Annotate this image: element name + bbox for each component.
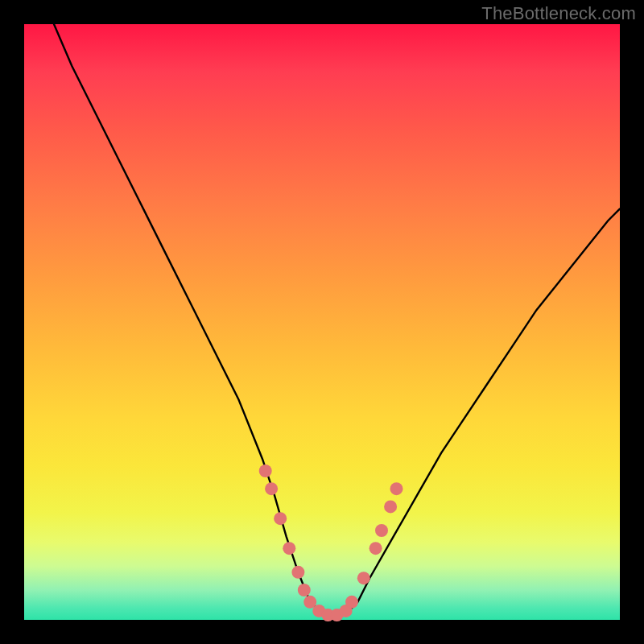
curve-dot <box>274 512 287 525</box>
bottleneck-curve <box>54 24 620 617</box>
curve-dot <box>298 584 311 597</box>
curve-dot <box>375 524 388 537</box>
curve-dot <box>259 464 272 477</box>
curve-dot <box>390 482 403 495</box>
chart-frame: TheBottleneck.com <box>0 0 644 644</box>
curve-dot <box>384 500 397 513</box>
curve-dot <box>345 596 358 609</box>
curve-markers <box>259 464 403 621</box>
plot-area <box>24 24 620 620</box>
watermark-label: TheBottleneck.com <box>481 3 636 24</box>
curve-svg <box>24 24 620 620</box>
curve-dot <box>357 572 370 584</box>
curve-dot <box>265 482 278 495</box>
curve-dot <box>369 542 382 555</box>
curve-dot <box>283 542 295 555</box>
curve-dot <box>291 566 304 579</box>
